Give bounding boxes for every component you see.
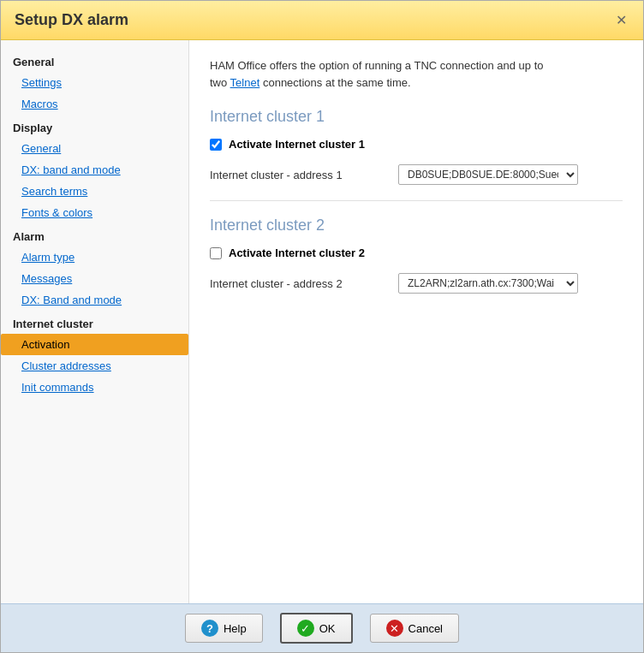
help-button[interactable]: ? Help bbox=[185, 614, 263, 643]
ok-icon: ✓ bbox=[297, 620, 314, 637]
cluster1-address-row: Internet cluster - address 1 DB0SUE;DB0S… bbox=[210, 164, 623, 185]
section-divider bbox=[210, 200, 623, 201]
cluster1-activate-checkbox[interactable] bbox=[210, 139, 222, 151]
telnet-link[interactable]: Telnet bbox=[230, 76, 260, 89]
cluster2-heading: Internet cluster 2 bbox=[210, 217, 623, 234]
sidebar-item-cluster-addresses[interactable]: Cluster addresses bbox=[1, 355, 188, 377]
ok-button[interactable]: ✓ OK bbox=[280, 613, 353, 644]
sidebar-item-dx-band-mode2[interactable]: DX: Band and mode bbox=[1, 289, 188, 311]
cluster1-activate-row: Activate Internet cluster 1 bbox=[210, 138, 623, 151]
cluster2-activate-row: Activate Internet cluster 2 bbox=[210, 246, 623, 259]
cluster2-activate-checkbox[interactable] bbox=[210, 247, 222, 259]
cluster2-activate-label[interactable]: Activate Internet cluster 2 bbox=[229, 246, 365, 259]
sidebar-item-search-terms[interactable]: Search terms bbox=[1, 181, 188, 202]
sidebar-item-activation[interactable]: Activation bbox=[1, 334, 188, 355]
cluster1-heading: Internet cluster 1 bbox=[210, 108, 623, 126]
sidebar-item-dx-band-mode[interactable]: DX: band and mode bbox=[1, 159, 188, 181]
sidebar-item-messages[interactable]: Messages bbox=[1, 268, 188, 289]
cluster1-activate-label[interactable]: Activate Internet cluster 1 bbox=[229, 138, 365, 151]
help-label: Help bbox=[224, 622, 247, 635]
sidebar-item-macros[interactable]: Macros bbox=[1, 93, 188, 115]
sidebar-section-display: Display bbox=[1, 115, 188, 138]
info-text: HAM Office offers the option of running … bbox=[210, 57, 623, 91]
cluster2-address-label: Internet cluster - address 2 bbox=[210, 277, 398, 290]
sidebar-section-internet-cluster: Internet cluster bbox=[1, 311, 188, 334]
content-area: General Settings Macros Display General … bbox=[1, 40, 643, 603]
cancel-label: Cancel bbox=[408, 622, 443, 635]
setup-dx-alarm-window: Setup DX alarm ✕ General Settings Macros… bbox=[0, 0, 644, 653]
sidebar-item-settings[interactable]: Settings bbox=[1, 72, 188, 93]
cluster1-address-select[interactable]: DB0SUE;DB0SUE.DE:8000;Suec bbox=[398, 164, 578, 185]
cluster1-address-label: Internet cluster - address 1 bbox=[210, 169, 398, 181]
sidebar-section-alarm: Alarm bbox=[1, 223, 188, 246]
cluster2-address-select[interactable]: ZL2ARN;zl2arn.ath.cx:7300;Wai bbox=[398, 273, 578, 294]
footer: ? Help ✓ OK ✕ Cancel bbox=[1, 603, 643, 652]
close-button[interactable]: ✕ bbox=[612, 12, 629, 29]
main-panel: HAM Office offers the option of running … bbox=[189, 40, 643, 603]
ok-label: OK bbox=[319, 622, 336, 635]
cancel-icon: ✕ bbox=[386, 620, 403, 637]
cluster2-address-row: Internet cluster - address 2 ZL2ARN;zl2a… bbox=[210, 273, 623, 294]
sidebar: General Settings Macros Display General … bbox=[1, 40, 189, 603]
help-icon: ? bbox=[201, 620, 218, 637]
window-title: Setup DX alarm bbox=[15, 11, 128, 29]
sidebar-section-general: General bbox=[1, 49, 188, 72]
sidebar-item-alarm-type[interactable]: Alarm type bbox=[1, 246, 188, 268]
cancel-button[interactable]: ✕ Cancel bbox=[370, 614, 459, 643]
sidebar-item-general[interactable]: General bbox=[1, 138, 188, 159]
sidebar-item-fonts-colors[interactable]: Fonts & colors bbox=[1, 202, 188, 223]
title-bar: Setup DX alarm ✕ bbox=[1, 1, 643, 40]
sidebar-item-init-commands[interactable]: Init commands bbox=[1, 377, 188, 398]
